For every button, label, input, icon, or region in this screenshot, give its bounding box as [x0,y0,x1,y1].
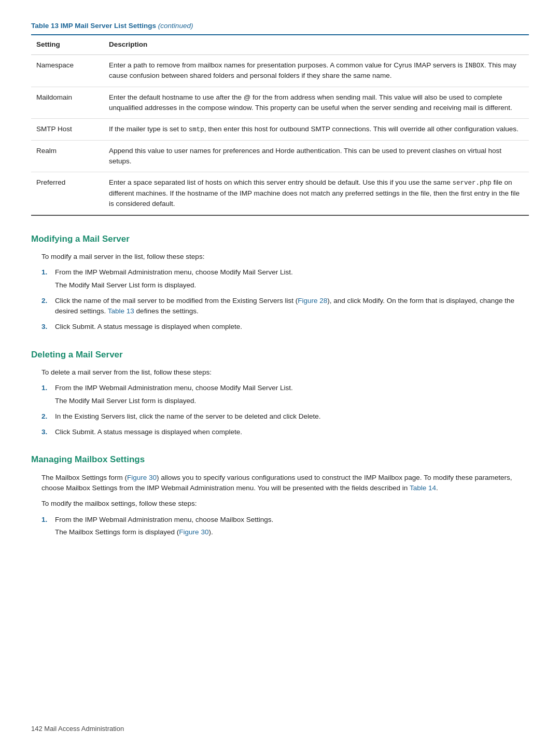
figure30-link-2[interactable]: Figure 30 [179,528,208,536]
deleting-steps: 1. From the IMP Webmail Administration m… [41,383,529,437]
modifying-step-3: 3. Click Submit. A status message is dis… [41,322,529,332]
setting-cell: Maildomain [31,87,104,119]
deleting-step-3: 3. Click Submit. A status message is dis… [41,427,529,437]
modifying-intro: To modify a mail server in the list, fol… [41,252,529,262]
figure28-link[interactable]: Figure 28 [298,297,327,305]
managing-steps: 1. From the IMP Webmail Administration m… [41,515,529,538]
modifying-section: Modifying a Mail Server To modify a mail… [31,232,529,333]
deleting-intro: To delete a mail server from the list, f… [41,367,529,378]
deleting-section: Deleting a Mail Server To delete a mail … [31,348,529,438]
table-row: PreferredEnter a space separated list of… [31,172,529,215]
table-row: NamespaceEnter a path to remove from mai… [31,54,529,87]
col-header-description: Description [104,35,529,54]
description-cell: Append this value to user names for pref… [104,140,529,172]
setting-cell: Preferred [31,172,104,215]
setting-cell: Realm [31,140,104,172]
managing-body2: To modify the mailbox settings, follow t… [41,499,529,509]
managing-section: Managing Mailbox Settings The Mailbox Se… [31,453,529,537]
table-continued: (continued) [158,22,193,30]
table-heading: Table 13 IMP Mail Server List Settings (… [31,21,529,35]
modifying-step-1: 1. From the IMP Webmail Administration m… [41,267,529,291]
modifying-step-2: 2. Click the name of the mail server to … [41,296,529,317]
managing-heading: Managing Mailbox Settings [31,453,529,466]
col-header-setting: Setting [31,35,104,54]
deleting-step-1: 1. From the IMP Webmail Administration m… [41,383,529,406]
table13-link[interactable]: Table 13 [108,307,134,315]
table-row: RealmAppend this value to user names for… [31,140,529,172]
description-cell: Enter a path to remove from mailbox name… [104,54,529,87]
figure30-link-1[interactable]: Figure 30 [127,474,157,481]
setting-cell: SMTP Host [31,119,104,141]
managing-step-1: 1. From the IMP Webmail Administration m… [41,515,529,538]
description-cell: If the mailer type is set to smtp, then … [104,119,529,141]
table14-link[interactable]: Table 14 [410,484,436,492]
deleting-heading: Deleting a Mail Server [31,348,529,362]
table-row: SMTP HostIf the mailer type is set to sm… [31,119,529,141]
table-row: MaildomainEnter the default hostname to … [31,87,529,119]
table-title: Table 13 IMP Mail Server List Settings [31,22,156,30]
description-cell: Enter a space separated list of hosts on… [104,172,529,215]
modifying-heading: Modifying a Mail Server [31,232,529,246]
setting-cell: Namespace [31,54,104,87]
modifying-steps: 1. From the IMP Webmail Administration m… [41,267,529,332]
deleting-step-2: 2. In the Existing Servers list, click t… [41,411,529,422]
managing-body1: The Mailbox Settings form (Figure 30) al… [41,473,529,494]
table-section: Table 13 IMP Mail Server List Settings (… [31,21,529,216]
description-cell: Enter the default hostname to use after … [104,87,529,119]
settings-table: Setting Description NamespaceEnter a pat… [31,35,529,215]
